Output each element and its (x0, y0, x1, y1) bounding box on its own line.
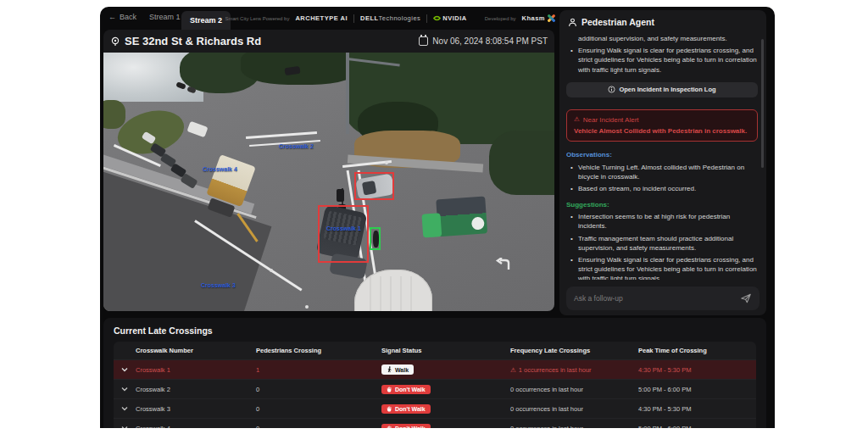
khasm-x-icon (547, 14, 554, 22)
pedestrians-count: 0 (256, 405, 381, 413)
crosswalk-name: Crosswalk 3 (136, 405, 256, 413)
open-inspection-log-button[interactable]: Open Incident in Inspection Log (566, 82, 758, 97)
alert-subtitle: Vehicle Almost Collided with Pedestrian … (574, 127, 750, 136)
observation-item: Vehicle Turning Left. Almost collided wi… (566, 163, 758, 181)
page: ← Back Stream 1 Stream 2 Smart City Lens… (0, 0, 868, 434)
stream-datetime[interactable]: Nov 06, 2024 8:08:54 PM PST (419, 36, 548, 46)
late-crossings-panel: Current Late Crossings x Crosswalk Numbe… (103, 318, 766, 428)
suggestions-heading: Suggestions: (566, 200, 758, 209)
intersection-title: SE 32nd St & Richards Rd (125, 35, 261, 47)
crosswalk-name: Crosswalk 4 (136, 425, 256, 429)
back-label: Back (120, 13, 136, 21)
chevron-down-icon[interactable] (120, 404, 129, 413)
stream-panel: SE 32nd St & Richards Rd Nov 06, 2024 8:… (103, 30, 554, 311)
hand-icon (387, 406, 392, 412)
chevron-down-icon[interactable] (120, 385, 129, 393)
frequency-cell: 0 occurrences in last hour (510, 386, 638, 393)
follow-up-input[interactable] (574, 294, 740, 303)
warning-icon: ⚠ (510, 366, 516, 374)
stream-header: SE 32nd St & Richards Rd Nov 06, 2024 8:… (103, 30, 554, 53)
peak-time: 4:30 PM - 5:30 PM (638, 405, 756, 413)
suggestion-item: Intersection seems to be at high risk fo… (566, 212, 758, 231)
road-dot (385, 161, 388, 164)
send-icon[interactable] (740, 292, 752, 304)
table-row-crosswalk-3[interactable]: Crosswalk 3 0 Don't Walk 0 occurrences i… (114, 398, 756, 418)
observation-item: Based on stream, no incident occurred. (566, 184, 758, 193)
chevron-down-icon[interactable] (120, 424, 129, 428)
vehicle-van (186, 121, 208, 138)
table-row-crosswalk-4[interactable]: Crosswalk 4 0 Don't Walk 0 occurrences i… (114, 418, 756, 428)
road-dot (270, 269, 273, 272)
table-row-crosswalk-1[interactable]: Crosswalk 1 1 Walk ⚠1 occurrences in las… (114, 359, 756, 379)
hand-icon (387, 426, 392, 429)
agent-header: Pedestrian Agent (559, 10, 766, 31)
walking-person-icon (387, 366, 392, 373)
observations-heading: Observations: (566, 150, 758, 159)
peak-time: 5:00 PM - 6:00 PM (638, 425, 756, 429)
crosswalk-4-label: Crosswalk 4 (203, 166, 237, 172)
alert-title: ⚠ Near Incident Alert (574, 115, 750, 125)
back-button[interactable]: ← Back (108, 13, 136, 21)
detection-box-vehicle (318, 205, 369, 263)
chevron-down-icon[interactable] (120, 365, 129, 374)
dont-walk-badge: Don't Walk (381, 385, 431, 394)
table-header-row: x Crosswalk Number Pedestrians Crossing … (114, 342, 756, 359)
follow-up-bar (566, 287, 760, 310)
near-incident-alert: ⚠ Near Incident Alert Vehicle Almost Col… (566, 109, 758, 142)
powered-by-label: Smart City Lens Powered by (225, 16, 289, 21)
tab-stream-1[interactable]: Stream 1 (149, 13, 181, 21)
warning-icon: ⚠ (574, 115, 580, 125)
frequency-cell: 0 occurrences in last hour (510, 425, 638, 429)
divider (426, 14, 427, 23)
detection-box-pedestrian (370, 227, 381, 250)
trees (489, 131, 554, 195)
crosswalk-2-label: Crosswalk 2 (279, 143, 314, 149)
khasm-logo: Khasm (521, 14, 554, 22)
signal-pole (346, 53, 349, 134)
pedestrians-count: 1 (256, 366, 381, 374)
agent-title: Pedestrian Agent (581, 17, 654, 27)
suggestion-item: Ensuring Walk signal is clear for pedest… (566, 255, 758, 280)
turn-arrow-marking (492, 258, 514, 271)
hand-icon (387, 387, 392, 392)
message-bullet: Ensuring Walk signal is clear for pedest… (566, 46, 758, 75)
dont-walk-badge: Don't Walk (381, 424, 431, 429)
info-icon (608, 86, 615, 93)
nvidia-logo: NVIDIA (433, 14, 466, 22)
frequency-cell: ⚠1 occurrences in last hour (510, 366, 638, 374)
traffic-signal (337, 189, 344, 202)
suggestion-item: Traffic management team should practice … (566, 234, 758, 253)
pedestrian-agent-panel: Pedestrian Agent additional supervision,… (559, 10, 766, 315)
crosswalk-marking (246, 131, 317, 138)
archetype-logo: ARCHETYPE AI (295, 14, 348, 22)
crosswalk-3-label: Crosswalk 3 (201, 282, 236, 288)
table-row-crosswalk-2[interactable]: Crosswalk 2 0 Don't Walk 0 occurrences i… (114, 379, 756, 398)
branding-bar: Smart City Lens Powered by ARCHETYPE AI … (225, 7, 554, 30)
col-peak-time: Peak Time of Crossing (638, 347, 756, 354)
dell-logo: DELLTechnologies (360, 14, 420, 22)
late-crossings-title: Current Late Crossings (103, 318, 766, 342)
scrollbar-thumb[interactable] (761, 39, 764, 168)
detection-box-vehicle (354, 172, 394, 200)
person-icon (568, 18, 577, 27)
traffic-camera-feed: Crosswalk 2 Crosswalk 4 Crosswalk 3 Cros… (103, 53, 554, 311)
walk-badge: Walk (381, 364, 414, 375)
col-pedestrians-crossing: Pedestrians Crossing (256, 347, 381, 354)
divider (353, 14, 354, 23)
tab-stream-2[interactable]: Stream 2 (181, 11, 231, 30)
dont-walk-badge: Don't Walk (381, 404, 431, 414)
clipped-message-text: additional supervision, and safety measu… (566, 34, 758, 43)
peak-time: 5:00 PM - 6:00 PM (638, 386, 756, 393)
app-window: ← Back Stream 1 Stream 2 Smart City Lens… (100, 7, 775, 428)
developed-by-label: Developed by (485, 16, 516, 21)
vehicle-white-roof (354, 270, 432, 311)
road-dot (305, 305, 309, 309)
location-pin-icon (110, 36, 120, 47)
crosswalk-name: Crosswalk 2 (136, 386, 256, 393)
peak-time: 4:30 PM - 5:30 PM (638, 366, 756, 374)
col-frequency: Frequency Late Crossings (510, 347, 638, 354)
grass-median (103, 100, 125, 129)
crosswalk-name: Crosswalk 1 (136, 366, 256, 374)
trees (241, 53, 359, 85)
back-arrow-icon: ← (108, 13, 116, 21)
